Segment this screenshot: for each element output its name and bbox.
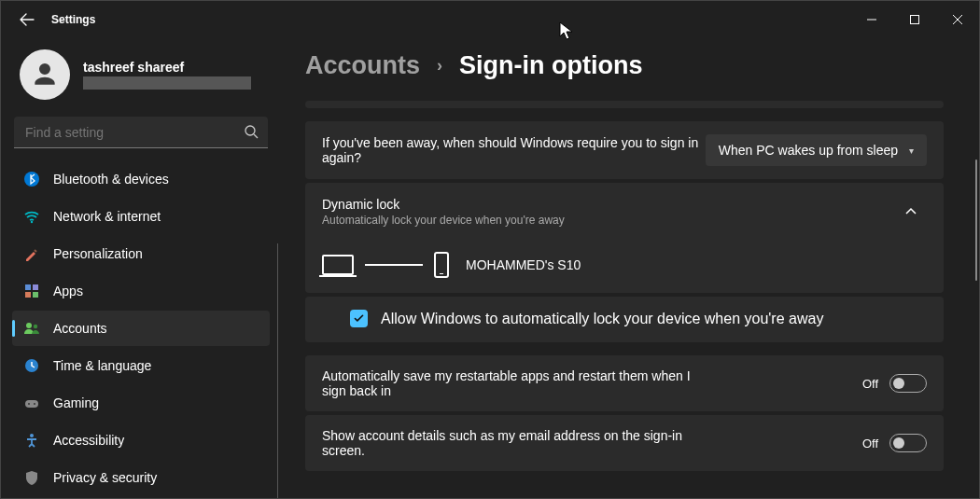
- time-icon: [23, 357, 40, 374]
- dynamic-lock-checkbox-row[interactable]: Allow Windows to automatically lock your…: [305, 297, 944, 342]
- sidebar-item-time[interactable]: Time & language: [12, 348, 270, 383]
- svg-point-12: [28, 403, 30, 405]
- sidebar: tashreef shareef Bluetooth & devicesNetw…: [1, 38, 281, 498]
- collapse-button[interactable]: [895, 196, 927, 228]
- restart-apps-card[interactable]: Automatically save my restartable apps a…: [305, 355, 944, 411]
- window-title: Settings: [51, 13, 95, 26]
- sidebar-item-label: Accessibility: [53, 433, 124, 448]
- sidebar-item-network[interactable]: Network & internet: [12, 199, 270, 234]
- away-question: If you've been away, when should Windows…: [322, 135, 705, 165]
- sidebar-item-gaming[interactable]: Gaming: [12, 385, 270, 421]
- check-icon: [353, 312, 365, 325]
- titlebar: Settings: [1, 1, 979, 38]
- sidebar-item-label: Network & internet: [53, 209, 161, 224]
- collapsed-row[interactable]: [305, 101, 944, 108]
- minimize-button[interactable]: [850, 1, 893, 38]
- svg-rect-5: [33, 284, 38, 290]
- sidebar-item-apps[interactable]: Apps: [12, 273, 270, 309]
- svg-rect-6: [25, 292, 31, 298]
- nav-list: Bluetooth & devicesNetwork & internetPer…: [12, 161, 270, 495]
- sidebar-item-label: Accounts: [53, 321, 107, 336]
- device-pair: MOHAMMED's S10: [305, 241, 944, 293]
- sidebar-item-bluetooth[interactable]: Bluetooth & devices: [12, 161, 270, 197]
- svg-point-14: [30, 434, 34, 437]
- search-icon: [244, 124, 259, 143]
- link-line-icon: [365, 264, 423, 266]
- dynamic-lock-header[interactable]: Dynamic lock Automatically lock your dev…: [305, 183, 944, 241]
- chevron-right-icon: ›: [437, 56, 442, 76]
- sidebar-item-label: Gaming: [53, 395, 99, 410]
- page-title: Sign-in options: [459, 51, 642, 80]
- sidebar-item-access[interactable]: Accessibility: [12, 423, 270, 458]
- sidebar-item-privacy[interactable]: Privacy & security: [12, 460, 270, 495]
- maximize-icon: [910, 15, 919, 24]
- search-input[interactable]: [14, 117, 268, 148]
- sidebar-item-label: Privacy & security: [53, 470, 157, 485]
- away-dropdown[interactable]: When PC wakes up from sleep ▾: [706, 134, 927, 166]
- breadcrumb-parent[interactable]: Accounts: [305, 51, 420, 80]
- close-button[interactable]: [936, 1, 979, 38]
- dynamic-lock-checkbox-card: Allow Windows to automatically lock your…: [305, 297, 944, 342]
- account-details-toggle[interactable]: [889, 434, 927, 452]
- dynamic-lock-card: Dynamic lock Automatically lock your dev…: [305, 183, 944, 293]
- privacy-icon: [23, 469, 40, 486]
- phone-icon: [434, 252, 449, 278]
- svg-rect-11: [25, 400, 38, 408]
- account-details-label: Show account details such as my email ad…: [322, 428, 705, 458]
- sidebar-item-personal[interactable]: Personalization: [12, 236, 270, 271]
- profile-email-redacted: [83, 76, 251, 90]
- sidebar-scroll-track: [277, 243, 278, 498]
- dynamic-lock-title: Dynamic lock: [322, 197, 565, 212]
- maximize-button[interactable]: [893, 1, 936, 38]
- dynamic-lock-subtitle: Automatically lock your device when you'…: [322, 214, 565, 227]
- sidebar-item-label: Apps: [53, 284, 83, 298]
- laptop-icon: [322, 255, 354, 275]
- svg-rect-4: [25, 284, 31, 290]
- svg-point-2: [24, 172, 39, 187]
- chevron-up-icon: [905, 206, 917, 217]
- svg-point-9: [34, 325, 37, 328]
- personal-icon: [23, 245, 40, 262]
- main-content: Accounts › Sign-in options If you've bee…: [281, 38, 979, 498]
- minimize-icon: [867, 15, 876, 24]
- avatar: [20, 49, 70, 100]
- paired-device-name: MOHAMMED's S10: [466, 257, 581, 272]
- close-icon: [953, 15, 962, 24]
- profile-name: tashreef shareef: [83, 60, 251, 75]
- away-selected: When PC wakes up from sleep: [719, 143, 898, 158]
- search-box: [14, 117, 268, 148]
- person-icon: [30, 60, 60, 90]
- back-button[interactable]: [16, 8, 38, 31]
- sidebar-item-label: Bluetooth & devices: [53, 172, 169, 187]
- chevron-down-icon: ▾: [909, 146, 914, 156]
- svg-rect-7: [33, 292, 38, 298]
- sidebar-item-label: Personalization: [53, 246, 143, 261]
- breadcrumb: Accounts › Sign-in options: [305, 51, 960, 80]
- settings-window: Settings tashreef shareef: [0, 0, 980, 499]
- svg-rect-0: [911, 16, 919, 24]
- away-card: If you've been away, when should Windows…: [305, 121, 944, 179]
- svg-point-1: [245, 126, 255, 135]
- apps-icon: [23, 283, 40, 299]
- gaming-icon: [23, 395, 40, 411]
- bluetooth-icon: [23, 171, 40, 187]
- accounts-icon: [23, 320, 40, 337]
- svg-point-8: [26, 323, 32, 328]
- network-icon: [23, 208, 40, 225]
- sidebar-item-accounts[interactable]: Accounts: [12, 311, 270, 346]
- sidebar-item-label: Time & language: [53, 358, 151, 373]
- restart-apps-label: Automatically save my restartable apps a…: [322, 368, 705, 398]
- checkbox-checked[interactable]: [350, 310, 368, 327]
- svg-point-3: [31, 221, 33, 223]
- account-details-state: Off: [862, 437, 878, 450]
- restart-apps-state: Off: [862, 377, 878, 391]
- profile-text: tashreef shareef: [83, 60, 251, 90]
- main-scrollbar[interactable]: [975, 159, 977, 281]
- arrow-left-icon: [20, 12, 35, 27]
- window-controls: [850, 1, 979, 38]
- dynamic-lock-checkbox-label: Allow Windows to automatically lock your…: [381, 311, 823, 327]
- profile-block[interactable]: tashreef shareef: [12, 44, 270, 109]
- svg-point-13: [34, 403, 35, 405]
- account-details-card[interactable]: Show account details such as my email ad…: [305, 415, 944, 471]
- restart-apps-toggle[interactable]: [889, 374, 927, 393]
